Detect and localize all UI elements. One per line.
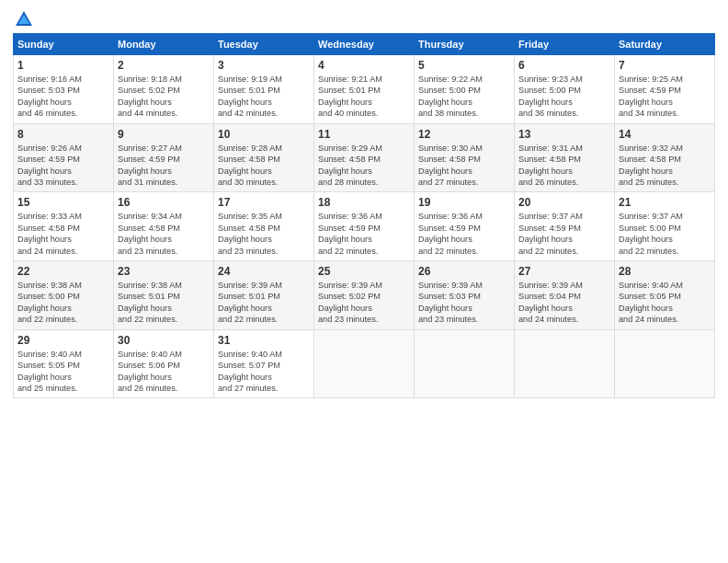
- day-number: 16: [118, 196, 210, 209]
- day-number: 29: [17, 334, 109, 347]
- day-number: 26: [418, 265, 510, 278]
- calendar-cell: 18 Sunrise: 9:36 AM Sunset: 4:59 PM Dayl…: [314, 192, 415, 261]
- day-info: Sunrise: 9:39 AM Sunset: 5:02 PM Dayligh…: [318, 280, 410, 326]
- calendar-cell: [515, 329, 615, 398]
- calendar-cell: 30 Sunrise: 9:40 AM Sunset: 5:06 PM Dayl…: [114, 329, 214, 398]
- day-number: 5: [418, 59, 510, 72]
- day-number: 7: [619, 59, 711, 72]
- calendar-cell: 26 Sunrise: 9:39 AM Sunset: 5:03 PM Dayl…: [415, 261, 515, 330]
- calendar-cell: 3 Sunrise: 9:19 AM Sunset: 5:01 PM Dayli…: [214, 55, 314, 124]
- day-number: 22: [17, 265, 109, 278]
- day-info: Sunrise: 9:22 AM Sunset: 5:00 PM Dayligh…: [418, 74, 510, 120]
- day-info: Sunrise: 9:39 AM Sunset: 5:03 PM Dayligh…: [418, 280, 510, 326]
- day-info: Sunrise: 9:29 AM Sunset: 4:58 PM Dayligh…: [318, 143, 410, 189]
- day-number: 15: [17, 196, 109, 209]
- day-info: Sunrise: 9:39 AM Sunset: 5:04 PM Dayligh…: [518, 280, 610, 326]
- calendar-cell: 2 Sunrise: 9:18 AM Sunset: 5:02 PM Dayli…: [114, 55, 214, 124]
- day-info: Sunrise: 9:35 AM Sunset: 4:58 PM Dayligh…: [218, 211, 310, 257]
- calendar-cell: 29 Sunrise: 9:40 AM Sunset: 5:05 PM Dayl…: [14, 329, 114, 398]
- calendar-cell: 19 Sunrise: 9:36 AM Sunset: 4:59 PM Dayl…: [415, 192, 515, 261]
- day-number: 25: [318, 265, 410, 278]
- day-number: 3: [218, 59, 310, 72]
- header-thursday: Thursday: [415, 34, 515, 55]
- day-number: 12: [418, 128, 510, 141]
- header-tuesday: Tuesday: [214, 34, 314, 55]
- day-number: 18: [318, 196, 410, 209]
- day-info: Sunrise: 9:39 AM Sunset: 5:01 PM Dayligh…: [218, 280, 310, 326]
- day-info: Sunrise: 9:38 AM Sunset: 5:00 PM Dayligh…: [17, 280, 109, 326]
- day-info: Sunrise: 9:37 AM Sunset: 5:00 PM Dayligh…: [619, 211, 711, 257]
- day-number: 14: [619, 128, 711, 141]
- day-number: 24: [218, 265, 310, 278]
- calendar-cell: 11 Sunrise: 9:29 AM Sunset: 4:58 PM Dayl…: [314, 123, 415, 192]
- calendar-week-row: 8 Sunrise: 9:26 AM Sunset: 4:59 PM Dayli…: [14, 123, 715, 192]
- calendar-cell: 8 Sunrise: 9:26 AM Sunset: 4:59 PM Dayli…: [14, 123, 114, 192]
- calendar-cell: 20 Sunrise: 9:37 AM Sunset: 4:59 PM Dayl…: [515, 192, 615, 261]
- day-number: 6: [518, 59, 610, 72]
- calendar-cell: 10 Sunrise: 9:28 AM Sunset: 4:58 PM Dayl…: [214, 123, 314, 192]
- day-info: Sunrise: 9:31 AM Sunset: 4:58 PM Dayligh…: [518, 143, 610, 189]
- day-number: 2: [118, 59, 210, 72]
- calendar-table: Sunday Monday Tuesday Wednesday Thursday…: [13, 33, 715, 398]
- header-wednesday: Wednesday: [314, 34, 415, 55]
- day-number: 4: [318, 59, 410, 72]
- day-info: Sunrise: 9:28 AM Sunset: 4:58 PM Dayligh…: [218, 143, 310, 189]
- calendar-cell: 25 Sunrise: 9:39 AM Sunset: 5:02 PM Dayl…: [314, 261, 415, 330]
- day-number: 10: [218, 128, 310, 141]
- calendar-week-row: 15 Sunrise: 9:33 AM Sunset: 4:58 PM Dayl…: [14, 192, 715, 261]
- calendar-cell: 13 Sunrise: 9:31 AM Sunset: 4:58 PM Dayl…: [515, 123, 615, 192]
- calendar-cell: 12 Sunrise: 9:30 AM Sunset: 4:58 PM Dayl…: [415, 123, 515, 192]
- day-info: Sunrise: 9:40 AM Sunset: 5:07 PM Dayligh…: [218, 349, 310, 395]
- calendar-cell: 1 Sunrise: 9:16 AM Sunset: 5:03 PM Dayli…: [14, 55, 114, 124]
- day-info: Sunrise: 9:34 AM Sunset: 4:58 PM Dayligh…: [118, 211, 210, 257]
- header-monday: Monday: [114, 34, 214, 55]
- calendar-cell: 16 Sunrise: 9:34 AM Sunset: 4:58 PM Dayl…: [114, 192, 214, 261]
- page: Sunday Monday Tuesday Wednesday Thursday…: [0, 0, 728, 563]
- calendar-cell: 5 Sunrise: 9:22 AM Sunset: 5:00 PM Dayli…: [415, 55, 515, 124]
- day-number: 17: [218, 196, 310, 209]
- day-info: Sunrise: 9:19 AM Sunset: 5:01 PM Dayligh…: [218, 74, 310, 120]
- calendar-cell: [415, 329, 515, 398]
- day-info: Sunrise: 9:25 AM Sunset: 4:59 PM Dayligh…: [619, 74, 711, 120]
- calendar-cell: 7 Sunrise: 9:25 AM Sunset: 4:59 PM Dayli…: [615, 55, 715, 124]
- header-sunday: Sunday: [14, 34, 114, 55]
- day-info: Sunrise: 9:40 AM Sunset: 5:06 PM Dayligh…: [118, 349, 210, 395]
- calendar-cell: 9 Sunrise: 9:27 AM Sunset: 4:59 PM Dayli…: [114, 123, 214, 192]
- day-number: 8: [17, 128, 109, 141]
- calendar-cell: 24 Sunrise: 9:39 AM Sunset: 5:01 PM Dayl…: [214, 261, 314, 330]
- day-info: Sunrise: 9:26 AM Sunset: 4:59 PM Dayligh…: [17, 143, 109, 189]
- day-info: Sunrise: 9:32 AM Sunset: 4:58 PM Dayligh…: [619, 143, 711, 189]
- logo: [13, 9, 35, 26]
- day-number: 9: [118, 128, 210, 141]
- calendar-week-row: 29 Sunrise: 9:40 AM Sunset: 5:05 PM Dayl…: [14, 329, 715, 398]
- header-saturday: Saturday: [615, 34, 715, 55]
- day-number: 28: [619, 265, 711, 278]
- weekday-header-row: Sunday Monday Tuesday Wednesday Thursday…: [14, 34, 715, 55]
- day-info: Sunrise: 9:40 AM Sunset: 5:05 PM Dayligh…: [17, 349, 109, 395]
- day-number: 1: [17, 59, 109, 72]
- day-number: 30: [118, 334, 210, 347]
- calendar-cell: 21 Sunrise: 9:37 AM Sunset: 5:00 PM Dayl…: [615, 192, 715, 261]
- calendar-cell: 28 Sunrise: 9:40 AM Sunset: 5:05 PM Dayl…: [615, 261, 715, 330]
- day-number: 19: [418, 196, 510, 209]
- calendar-cell: 6 Sunrise: 9:23 AM Sunset: 5:00 PM Dayli…: [515, 55, 615, 124]
- calendar-cell: [314, 329, 415, 398]
- calendar-cell: 27 Sunrise: 9:39 AM Sunset: 5:04 PM Dayl…: [515, 261, 615, 330]
- day-info: Sunrise: 9:37 AM Sunset: 4:59 PM Dayligh…: [518, 211, 610, 257]
- day-info: Sunrise: 9:40 AM Sunset: 5:05 PM Dayligh…: [619, 280, 711, 326]
- calendar-cell: 23 Sunrise: 9:38 AM Sunset: 5:01 PM Dayl…: [114, 261, 214, 330]
- day-number: 23: [118, 265, 210, 278]
- day-info: Sunrise: 9:27 AM Sunset: 4:59 PM Dayligh…: [118, 143, 210, 189]
- calendar-cell: 22 Sunrise: 9:38 AM Sunset: 5:00 PM Dayl…: [14, 261, 114, 330]
- day-info: Sunrise: 9:36 AM Sunset: 4:59 PM Dayligh…: [418, 211, 510, 257]
- day-number: 13: [518, 128, 610, 141]
- calendar-cell: 31 Sunrise: 9:40 AM Sunset: 5:07 PM Dayl…: [214, 329, 314, 398]
- header-friday: Friday: [515, 34, 615, 55]
- calendar-cell: 15 Sunrise: 9:33 AM Sunset: 4:58 PM Dayl…: [14, 192, 114, 261]
- calendar-cell: 17 Sunrise: 9:35 AM Sunset: 4:58 PM Dayl…: [214, 192, 314, 261]
- day-info: Sunrise: 9:23 AM Sunset: 5:00 PM Dayligh…: [518, 74, 610, 120]
- day-number: 31: [218, 334, 310, 347]
- calendar-week-row: 22 Sunrise: 9:38 AM Sunset: 5:00 PM Dayl…: [14, 261, 715, 330]
- logo-icon: [14, 9, 34, 29]
- day-info: Sunrise: 9:18 AM Sunset: 5:02 PM Dayligh…: [118, 74, 210, 120]
